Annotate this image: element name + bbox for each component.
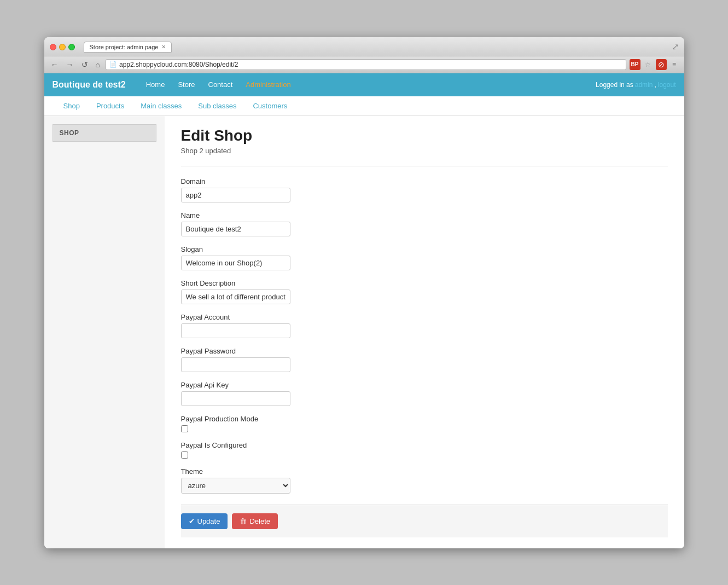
paypal-configured-checkbox-wrapper xyxy=(181,451,668,459)
domain-input[interactable] xyxy=(181,188,290,202)
sidebar-item-shop[interactable]: SHOP xyxy=(53,124,156,142)
browser-window: Store project: admin page ✕ ⤢ ← → ↺ ⌂ 📄 … xyxy=(44,37,684,548)
paypal-prod-mode-label: Paypal Production Mode xyxy=(181,415,668,423)
toolbar-icons: BP ☆ ⊘ ≡ xyxy=(630,59,680,70)
delete-label: Delete xyxy=(249,517,270,525)
short-desc-group: Short Description xyxy=(181,279,668,304)
tab-bar: Store project: admin page ✕ xyxy=(84,42,667,53)
slogan-group: Slogan xyxy=(181,245,668,270)
sec-nav-products[interactable]: Products xyxy=(88,96,132,115)
sec-nav-main-classes[interactable]: Main classes xyxy=(132,96,190,115)
name-input[interactable] xyxy=(181,222,290,236)
url-input[interactable] xyxy=(119,61,622,68)
nav-item-store[interactable]: Store xyxy=(171,74,201,95)
traffic-lights xyxy=(50,44,75,50)
paypal-configured-group: Paypal Is Configured xyxy=(181,441,668,459)
forward-button[interactable]: → xyxy=(64,59,76,70)
nav-right: Logged in as admin, logout xyxy=(596,81,675,89)
nav-items: Home Store Contact Administration xyxy=(139,74,596,95)
content-area: Edit Shop Shop 2 updated Domain Name Slo… xyxy=(165,116,684,548)
address-bar: 📄 xyxy=(106,59,626,70)
url-icon: 📄 xyxy=(109,61,117,68)
paypal-api-key-label: Paypal Api Key xyxy=(181,381,668,389)
domain-label: Domain xyxy=(181,177,668,186)
name-label: Name xyxy=(181,211,668,219)
paypal-prod-mode-group: Paypal Production Mode xyxy=(181,415,668,432)
sidebar: SHOP xyxy=(44,116,165,548)
paypal-configured-label: Paypal Is Configured xyxy=(181,441,668,449)
logged-in-text: Logged in as xyxy=(596,81,633,89)
browser-titlebar: Store project: admin page ✕ ⤢ xyxy=(44,37,684,56)
paypal-account-input[interactable] xyxy=(181,323,290,338)
paypal-password-label: Paypal Password xyxy=(181,347,668,355)
theme-label: Theme xyxy=(181,467,668,476)
paypal-api-key-group: Paypal Api Key xyxy=(181,381,668,406)
theme-group: Theme azure default custom xyxy=(181,467,668,494)
sec-nav-customers[interactable]: Customers xyxy=(244,96,295,115)
stop-icon[interactable]: ⊘ xyxy=(656,59,667,70)
slogan-label: Slogan xyxy=(181,245,668,253)
name-group: Name xyxy=(181,211,668,236)
bookmark-icon[interactable]: ☆ xyxy=(643,59,654,70)
form-divider-top xyxy=(181,166,668,166)
tab-close-icon[interactable]: ✕ xyxy=(161,44,166,50)
nav-item-home[interactable]: Home xyxy=(139,74,172,95)
minimize-button[interactable] xyxy=(59,44,66,50)
paypal-account-label: Paypal Account xyxy=(181,313,668,321)
page-subtitle: Shop 2 updated xyxy=(181,147,668,155)
update-button[interactable]: ✔ Update xyxy=(181,513,228,529)
checkmark-icon: ✔ xyxy=(189,517,195,525)
paypal-password-group: Paypal Password xyxy=(181,347,668,372)
brand-logo: Boutique de test2 xyxy=(53,73,134,96)
top-nav: Boutique de test2 Home Store Contact Adm… xyxy=(44,73,684,96)
browser-tab[interactable]: Store project: admin page ✕ xyxy=(84,42,172,53)
close-button[interactable] xyxy=(50,44,56,50)
update-label: Update xyxy=(197,517,220,525)
main-layout: SHOP Edit Shop Shop 2 updated Domain Nam… xyxy=(44,116,684,548)
admin-link[interactable]: admin xyxy=(635,81,653,89)
menu-icon[interactable]: ≡ xyxy=(669,59,680,70)
maximize-button[interactable] xyxy=(68,44,75,50)
nav-item-contact[interactable]: Contact xyxy=(202,74,240,95)
reload-button[interactable]: ↺ xyxy=(79,59,90,70)
short-desc-input[interactable] xyxy=(181,289,290,304)
paypal-password-input[interactable] xyxy=(181,357,290,372)
secondary-nav: Shop Products Main classes Sub classes C… xyxy=(44,96,684,116)
paypal-configured-checkbox[interactable] xyxy=(181,451,188,459)
domain-group: Domain xyxy=(181,177,668,202)
tab-title: Store project: admin page xyxy=(90,44,159,50)
trash-icon: 🗑 xyxy=(240,517,247,525)
paypal-api-key-input[interactable] xyxy=(181,391,290,406)
paypal-prod-mode-checkbox[interactable] xyxy=(181,425,188,432)
home-button[interactable]: ⌂ xyxy=(94,59,102,70)
logout-link[interactable]: logout xyxy=(658,81,676,89)
browser-toolbar: ← → ↺ ⌂ 📄 BP ☆ ⊘ ≡ xyxy=(44,56,684,73)
page-title: Edit Shop xyxy=(181,127,668,144)
delete-button[interactable]: 🗑 Delete xyxy=(232,513,278,529)
page-content: Boutique de test2 Home Store Contact Adm… xyxy=(44,73,684,548)
paypal-account-group: Paypal Account xyxy=(181,313,668,338)
sec-nav-sub-classes[interactable]: Sub classes xyxy=(190,96,244,115)
slogan-input[interactable] xyxy=(181,256,290,270)
paypal-prod-mode-checkbox-wrapper xyxy=(181,425,668,432)
sec-nav-shop[interactable]: Shop xyxy=(55,96,88,115)
expand-icon[interactable]: ⤢ xyxy=(672,42,679,52)
form-footer: ✔ Update 🗑 Delete xyxy=(181,505,668,537)
back-button[interactable]: ← xyxy=(49,59,61,70)
short-desc-label: Short Description xyxy=(181,279,668,287)
nav-item-administration[interactable]: Administration xyxy=(239,74,297,95)
theme-select[interactable]: azure default custom xyxy=(181,478,290,494)
extension-icon-red[interactable]: BP xyxy=(630,59,640,70)
